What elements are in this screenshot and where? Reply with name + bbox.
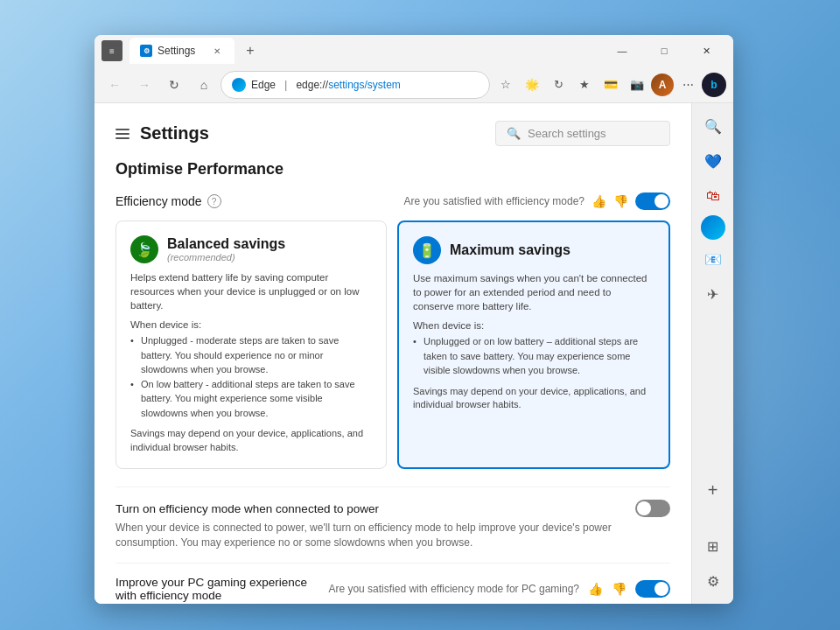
balanced-card-subtitle: (recommended) <box>167 252 285 262</box>
profile-avatar[interactable]: A <box>651 74 674 96</box>
sidebar-bottom: + ⊞ ⚙ <box>697 474 729 597</box>
back-button[interactable]: ← <box>102 72 128 98</box>
settings-body: Optimise Performance Efficiency mode ? A… <box>94 160 691 604</box>
maximum-card-desc: Use maximum savings when you can't be co… <box>413 271 654 313</box>
efficiency-mode-toggle[interactable] <box>635 192 670 210</box>
more-button[interactable]: ⋯ <box>676 73 700 97</box>
thumbs-down-button[interactable]: 👎 <box>613 194 628 208</box>
gaming-feedback-label: Are you satisfied with efficiency mode f… <box>328 583 579 595</box>
maximize-button[interactable]: □ <box>644 38 684 63</box>
hamburger-menu[interactable] <box>116 129 130 139</box>
home-button[interactable]: ⌂ <box>191 72 217 98</box>
right-sidebar: 🔍 💙 🛍 📧 ✈ + ⊞ ⚙ <box>691 103 733 604</box>
refresh-button-2[interactable]: ↻ <box>546 73 570 97</box>
settings-main: Settings 🔍 Search settings Optimise Perf… <box>94 103 691 604</box>
tab-label: Settings <box>158 45 195 57</box>
favorites-button[interactable]: ☆ <box>494 73 518 97</box>
maximum-bullet-1: Unplugged or on low battery – additional… <box>413 334 654 378</box>
power-setting-row: Turn on efficiency mode when connected t… <box>116 486 670 563</box>
sidebar-edge-icon[interactable] <box>701 215 725 240</box>
sidebar-outlook-icon[interactable]: 📧 <box>697 243 729 275</box>
tab-close-button[interactable]: ✕ <box>210 44 224 58</box>
sidebar-shopping-icon[interactable]: 🛍 <box>697 180 729 212</box>
browser-window: ≡ ⚙ Settings ✕ + — □ ✕ ← → ↻ ⌂ Edge | ed… <box>94 35 733 604</box>
balanced-bullet-2: On low battery - additional steps are ta… <box>130 377 372 421</box>
gaming-row-title: Improve your PC gaming experience with e… <box>116 576 311 602</box>
title-bar: ≡ ⚙ Settings ✕ + — □ ✕ <box>94 35 733 66</box>
content-area: Settings 🔍 Search settings Optimise Perf… <box>94 103 733 604</box>
sidebar-search-icon[interactable]: 🔍 <box>697 110 729 142</box>
tab-favicon: ⚙ <box>140 45 152 57</box>
maximum-card-title: Maximum savings <box>450 242 570 258</box>
sidebar-favorites-icon[interactable]: 💙 <box>697 145 729 177</box>
edge-browser-icon <box>232 78 246 92</box>
gaming-toggle[interactable] <box>635 580 670 598</box>
close-button[interactable]: ✕ <box>686 38 726 63</box>
balanced-card-icon: 🍃 <box>130 235 158 263</box>
maximum-note: Savings may depend on your device, appli… <box>413 385 654 412</box>
efficiency-feedback-label: Are you satisfied with efficiency mode? <box>403 195 584 207</box>
minimize-button[interactable]: — <box>602 38 642 63</box>
maximum-bullets: Unplugged or on low battery – additional… <box>413 334 654 378</box>
window-controls: — □ ✕ <box>602 38 726 63</box>
copilot-button[interactable]: 🌟 <box>520 73 544 97</box>
power-row-title: Turn on efficiency mode when connected t… <box>116 502 379 515</box>
gaming-setting-row: Improve your PC gaming experience with e… <box>116 563 670 604</box>
power-toggle[interactable] <box>635 500 670 517</box>
efficiency-mode-header: Efficiency mode ? Are you satisfied with… <box>116 192 670 210</box>
balanced-when-label: When device is: <box>130 319 372 330</box>
settings-header: Settings 🔍 Search settings <box>94 103 691 160</box>
power-row-desc: When your device is connected to power, … <box>116 521 670 550</box>
balanced-bullets: Unplugged - moderate steps are taken to … <box>130 333 372 420</box>
new-tab-button[interactable]: + <box>238 38 262 63</box>
balanced-note: Savings may depend on your device, appli… <box>130 427 372 454</box>
address-prefix: Edge <box>251 79 276 91</box>
address-url: edge://settings/system <box>296 79 400 91</box>
tab-strip: ≡ ⚙ Settings ✕ + <box>102 38 598 64</box>
balanced-bullet-1: Unplugged - moderate steps are taken to … <box>130 333 372 377</box>
gaming-row-header: Improve your PC gaming experience with e… <box>116 576 670 602</box>
power-row-header: Turn on efficiency mode when connected t… <box>116 500 670 517</box>
address-separator: | <box>284 78 287 91</box>
efficiency-mode-label: Efficiency mode ? <box>116 194 221 208</box>
maximum-savings-card[interactable]: 🔋 Maximum savings Use maximum savings wh… <box>397 220 670 469</box>
gaming-row-right: Are you satisfied with efficiency mode f… <box>328 580 670 598</box>
section-title: Optimise Performance <box>116 160 670 178</box>
balanced-card-header: 🍃 Balanced savings (recommended) <box>130 235 372 263</box>
gaming-thumbs-up[interactable]: 👍 <box>588 582 603 596</box>
search-placeholder: Search settings <box>528 127 606 140</box>
balanced-savings-card[interactable]: 🍃 Balanced savings (recommended) Helps e… <box>116 220 387 469</box>
refresh-button[interactable]: ↻ <box>161 72 187 98</box>
sidebar-grid-icon[interactable]: ⊞ <box>697 530 729 562</box>
bing-button[interactable]: b <box>702 73 726 97</box>
settings-tab[interactable]: ⚙ Settings ✕ <box>130 38 234 64</box>
page-title: Settings <box>140 123 209 144</box>
maximum-card-header: 🔋 Maximum savings <box>413 236 654 264</box>
address-bar[interactable]: Edge | edge://settings/system <box>220 71 490 99</box>
efficiency-info-icon[interactable]: ? <box>207 194 221 208</box>
toolbar-right: ☆ 🌟 ↻ ★ 💳 📷 A ⋯ b <box>494 73 726 97</box>
search-settings-box[interactable]: 🔍 Search settings <box>495 121 670 146</box>
favorites-collections-button[interactable]: ★ <box>572 73 597 97</box>
sidebar-settings-icon[interactable]: ⚙ <box>697 565 729 597</box>
gaming-thumbs-down[interactable]: 👎 <box>612 582 626 596</box>
address-path: settings/system <box>328 79 401 91</box>
toolbar: ← → ↻ ⌂ Edge | edge://settings/system ☆ … <box>94 66 733 103</box>
sidebar-telegram-icon[interactable]: ✈ <box>697 278 729 310</box>
wallet-button[interactable]: 💳 <box>598 73 623 97</box>
forward-button[interactable]: → <box>131 72 158 98</box>
maximum-card-icon: 🔋 <box>413 236 441 264</box>
search-icon: 🔍 <box>507 127 521 140</box>
sidebar-add-button[interactable]: + <box>697 474 729 506</box>
balanced-card-desc: Helps extend battery life by saving comp… <box>130 270 372 312</box>
savings-cards-row: 🍃 Balanced savings (recommended) Helps e… <box>116 220 670 469</box>
maximum-when-label: When device is: <box>413 320 654 331</box>
screenshot-button[interactable]: 📷 <box>625 73 649 97</box>
balanced-card-title: Balanced savings <box>167 236 285 252</box>
thumbs-up-button[interactable]: 👍 <box>592 194 606 208</box>
browser-icon: ≡ <box>102 40 122 61</box>
efficiency-feedback-area: Are you satisfied with efficiency mode? … <box>403 192 670 210</box>
